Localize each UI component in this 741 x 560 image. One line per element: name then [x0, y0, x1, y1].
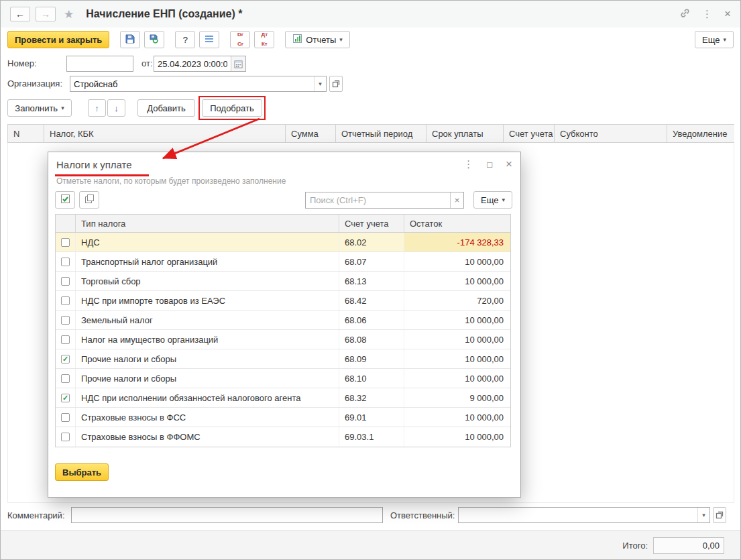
- reports-button[interactable]: Отчеты ▾: [285, 31, 349, 48]
- dialog-maximize-icon[interactable]: □: [487, 160, 492, 170]
- forward-button[interactable]: →: [36, 7, 56, 21]
- report-icon: [292, 34, 302, 46]
- post-and-close-button[interactable]: Провести и закрыть: [7, 31, 109, 48]
- drcr-button[interactable]: Dr Cr: [230, 31, 250, 48]
- comment-field: [71, 507, 383, 523]
- uncheck-all-button[interactable]: [79, 191, 99, 209]
- tax-balance: 10 000,00: [404, 369, 510, 388]
- more-label: Еще: [702, 35, 720, 45]
- tax-balance: 10 000,00: [404, 427, 510, 447]
- tax-row[interactable]: Страховые взносы в ФФОМС 69.03.1 10 000,…: [56, 427, 510, 447]
- move-down-button[interactable]: ↓: [107, 99, 125, 117]
- tax-checkbox[interactable]: [61, 316, 70, 325]
- dialog-subtitle: Отметьте налоги, по которым будет произв…: [48, 176, 520, 186]
- dialog-close-icon[interactable]: ×: [506, 158, 512, 171]
- tax-name: Земельный налог: [76, 311, 339, 329]
- organization-open-button[interactable]: [329, 76, 343, 92]
- select-button[interactable]: Выбрать: [55, 463, 109, 481]
- add-button[interactable]: Добавить: [137, 99, 195, 117]
- number-input[interactable]: [67, 56, 133, 71]
- tax-checkbox[interactable]: [61, 258, 70, 266]
- tax-account: 68.42: [339, 291, 404, 310]
- link-icon[interactable]: [680, 8, 690, 20]
- dialog-column-header[interactable]: Остаток: [404, 215, 510, 232]
- tax-row[interactable]: НДС 68.02 -174 328,33: [56, 233, 510, 252]
- main-column-header[interactable]: N: [7, 125, 44, 142]
- page-title: Начисление ЕНП (создание) *: [86, 8, 242, 20]
- tax-checkbox[interactable]: ✓: [61, 394, 70, 402]
- date-from-label: от:: [141, 58, 153, 68]
- dtkt-button[interactable]: Дт Кт: [254, 31, 274, 48]
- pick-button[interactable]: Подобрать: [202, 99, 262, 117]
- dialog-more-label: Еще: [481, 195, 498, 205]
- calendar-icon[interactable]: [231, 56, 245, 71]
- favorite-star-icon[interactable]: ★: [64, 7, 74, 21]
- tax-row[interactable]: Торговый сбор 68.13 10 000,00: [56, 272, 510, 291]
- main-column-header[interactable]: Отчетный период: [336, 125, 426, 142]
- tax-balance: 9 000,00: [404, 388, 510, 407]
- main-column-header[interactable]: Субконто: [555, 125, 667, 142]
- window-close-icon[interactable]: ×: [724, 7, 731, 21]
- tax-name: НДС при импорте товаров из ЕАЭС: [76, 291, 339, 310]
- tax-checkbox[interactable]: [61, 433, 70, 441]
- main-column-header[interactable]: Налог, КБК: [44, 125, 286, 142]
- tax-checkbox[interactable]: [61, 238, 70, 247]
- window-menu-icon[interactable]: ⋮: [702, 8, 712, 20]
- number-field: [66, 56, 133, 72]
- tax-row[interactable]: Транспортный налог организаций 68.07 10 …: [56, 252, 510, 272]
- tax-row[interactable]: ✓ НДС при исполнении обязанностей налого…: [56, 388, 510, 408]
- app-window: ← → ★ Начисление ЕНП (создание) * ⋮ × Пр…: [0, 0, 741, 560]
- tax-balance: 720,00: [404, 291, 510, 310]
- main-column-header[interactable]: Уведомление: [667, 125, 734, 142]
- save-and-refresh-button[interactable]: [144, 31, 164, 48]
- tax-row[interactable]: Прочие налоги и сборы 68.10 10 000,00: [56, 369, 510, 388]
- tax-account: 68.07: [339, 252, 404, 271]
- dialog-column-header[interactable]: Счет учета: [339, 215, 404, 232]
- tax-row[interactable]: Страховые взносы в ФСС 69.01 10 000,00: [56, 408, 510, 427]
- dialog-menu-icon[interactable]: ⋮: [463, 158, 473, 170]
- date-field: [154, 56, 246, 72]
- responsible-input[interactable]: [459, 508, 697, 522]
- date-input[interactable]: [154, 56, 231, 71]
- main-column-header[interactable]: Сумма: [286, 125, 336, 142]
- dialog-column-header[interactable]: Тип налога: [76, 215, 339, 232]
- check-all-button[interactable]: [55, 191, 75, 209]
- dtkt-label-top: Дт: [262, 32, 268, 38]
- save-button[interactable]: [120, 31, 140, 48]
- drcr-label-bottom: Cr: [237, 42, 243, 48]
- tax-checkbox[interactable]: ✓: [61, 355, 70, 363]
- list-lines-icon: [204, 34, 215, 46]
- tax-checkbox[interactable]: [61, 374, 70, 383]
- back-button[interactable]: ←: [10, 7, 30, 21]
- responsible-dropdown-icon[interactable]: ▾: [697, 508, 709, 522]
- responsible-label: Ответственный:: [390, 510, 455, 520]
- command-bar: Провести и закрыть ? Dr Cr Дт Кт: [1, 27, 740, 52]
- tax-checkbox[interactable]: [61, 277, 70, 286]
- responsible-open-button[interactable]: [713, 507, 726, 523]
- main-column-header[interactable]: Счет учета: [504, 125, 555, 142]
- tax-row[interactable]: ✓ Прочие налоги и сборы 68.09 10 000,00: [56, 349, 510, 369]
- organization-input[interactable]: [70, 76, 314, 91]
- tax-row[interactable]: Налог на имущество организаций 68.08 10 …: [56, 330, 510, 349]
- search-clear-icon[interactable]: ×: [450, 192, 463, 208]
- fill-button[interactable]: Заполнить ▾: [7, 99, 72, 117]
- help-button[interactable]: ?: [175, 31, 195, 48]
- tax-name: Торговый сбор: [76, 272, 339, 290]
- tax-checkbox[interactable]: [61, 335, 70, 344]
- tax-checkbox[interactable]: [61, 296, 70, 305]
- tax-balance: -174 328,33: [404, 233, 510, 251]
- fill-label: Заполнить: [15, 103, 58, 113]
- tax-row[interactable]: НДС при импорте товаров из ЕАЭС 68.42 72…: [56, 291, 510, 311]
- tax-balance: 10 000,00: [404, 311, 510, 329]
- comment-input[interactable]: [72, 508, 382, 522]
- organization-dropdown-icon[interactable]: ▾: [314, 76, 326, 91]
- main-column-header[interactable]: Срок уплаты: [426, 125, 504, 142]
- move-up-button[interactable]: ↑: [88, 99, 106, 117]
- more-button[interactable]: Еще ▾: [695, 31, 734, 48]
- taxes-dialog: Налоги к уплате ⋮ □ × Отметьте налоги, п…: [48, 152, 521, 498]
- dialog-more-button[interactable]: Еще ▾: [473, 191, 512, 209]
- tax-row[interactable]: Земельный налог 68.06 10 000,00: [56, 311, 510, 330]
- register-records-button[interactable]: [199, 31, 219, 48]
- tax-checkbox[interactable]: [61, 413, 70, 422]
- search-input[interactable]: [306, 192, 450, 208]
